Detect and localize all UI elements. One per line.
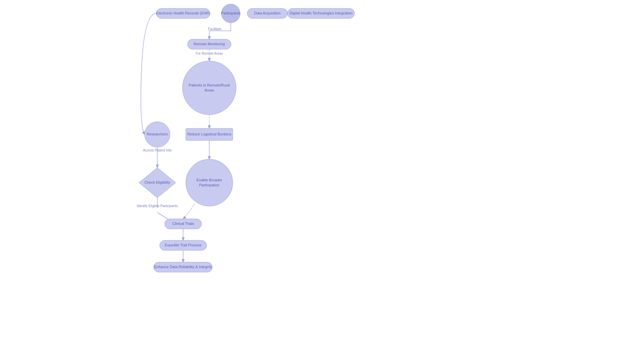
diagram-canvas: Electronic Health Records (EHR) Particip… xyxy=(0,0,644,362)
edge-label-for-remote: For Remote Areas xyxy=(196,52,223,55)
node-data-acquisition-label: Data Acquisition xyxy=(254,11,281,15)
edge-label-identify: Identify Eligible Participants xyxy=(137,204,178,208)
node-remote-monitoring-label: Remote Monitoring xyxy=(194,42,225,46)
node-expedite-trial-label: Expedite Trial Process xyxy=(165,243,202,247)
node-patients-remote-label2: Areas xyxy=(205,88,214,92)
node-check-eligibility-label: Check Eligibility xyxy=(144,180,170,184)
node-reduce-logistical-label: Reduce Logistical Burdens xyxy=(187,132,231,136)
node-clinical-trials-label: Clinical Trials xyxy=(172,222,194,226)
node-participants-label: Participants xyxy=(221,11,240,15)
edge-enable-clinical xyxy=(183,204,195,219)
node-enhance-data-label: Enhance Data Reliability & Integrity xyxy=(154,265,212,269)
edge-label-facilitate: Facilitate xyxy=(208,27,221,31)
node-ehr-label: Electronic Health Records (EHR) xyxy=(156,11,210,15)
edge-ehr-researchers xyxy=(141,13,156,134)
node-patients-remote-label: Patients in Remote/Rural xyxy=(189,83,230,87)
node-researchers-label: Researchers xyxy=(147,132,168,136)
node-enable-broader-label: Enable Broader xyxy=(197,178,222,182)
edge-label-access-patient: Access Patient Info xyxy=(143,148,172,152)
node-enable-broader-label2: Participation xyxy=(199,183,220,187)
node-digital-health-label: Digital Health Technologies Integration xyxy=(289,11,353,15)
